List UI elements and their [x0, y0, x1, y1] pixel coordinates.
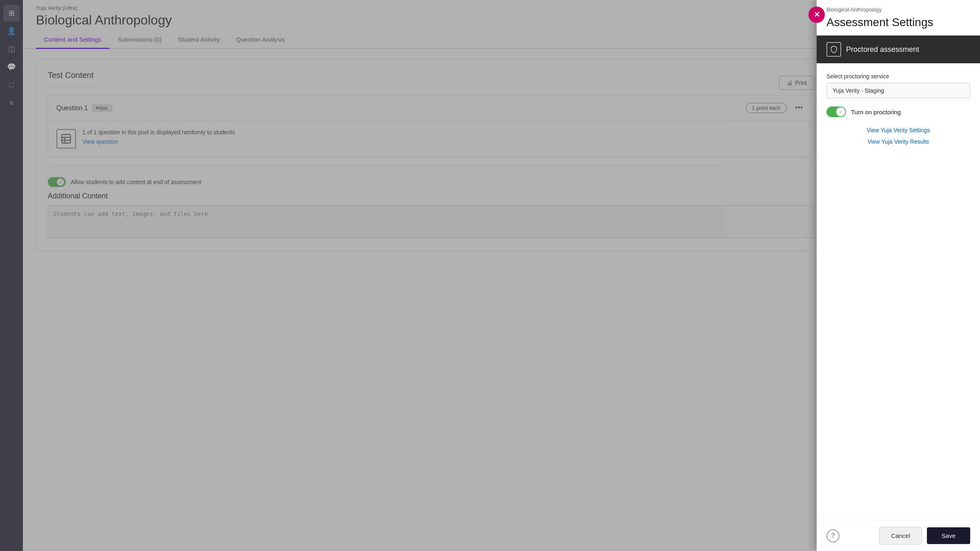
panel-course-name: Biological Anthropology	[817, 0, 980, 16]
turn-on-proctoring-toggle[interactable]: ✓	[826, 107, 846, 117]
select-proctoring-label: Select proctoring service	[826, 73, 970, 80]
panel-body: Select proctoring service Yuja Verity - …	[817, 63, 980, 520]
turn-on-proctoring-label: Turn on proctoring	[851, 109, 901, 116]
view-yuja-results-link[interactable]: View Yuja Verity Results	[826, 138, 970, 145]
panel-title: Assessment Settings	[817, 16, 980, 36]
proctoring-service-select[interactable]: Yuja Verity - Staging	[826, 83, 970, 98]
proctored-title: Proctored assessment	[846, 45, 919, 54]
toggle-knob: ✓	[836, 107, 845, 116]
help-icon[interactable]: ?	[826, 529, 840, 542]
panel-footer: ? Cancel Save	[817, 520, 980, 551]
assessment-settings-panel-modal: ✕ Biological Anthropology Assessment Set…	[817, 0, 980, 551]
proctoring-toggle-row: ✓ Turn on proctoring	[826, 107, 970, 117]
shield-icon	[826, 42, 841, 57]
view-yuja-settings-link[interactable]: View Yuja Verity Settings	[826, 127, 970, 133]
close-button[interactable]: ✕	[808, 7, 825, 23]
cancel-button[interactable]: Cancel	[879, 527, 922, 544]
proctored-section-header: Proctored assessment	[817, 36, 980, 63]
save-button[interactable]: Save	[927, 527, 970, 544]
